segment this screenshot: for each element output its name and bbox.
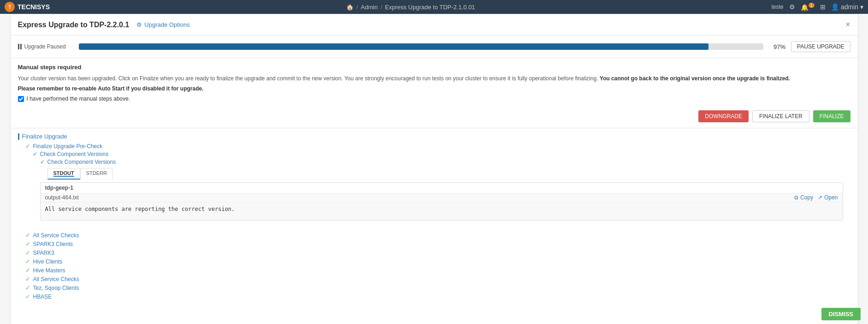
- spark3-clients-icon: ✓: [25, 240, 30, 247]
- all-checks-label-2: All Service Checks: [33, 276, 79, 282]
- all-checks-icon-1: ✓: [25, 232, 30, 239]
- hive-masters-icon: ✓: [25, 267, 30, 274]
- dismiss-button[interactable]: DISMISS: [821, 308, 861, 320]
- copy-icon: ⧉: [794, 194, 798, 201]
- log-actions: ⧉ Copy ↗ Open: [794, 194, 838, 201]
- group-status-bar: [18, 133, 19, 140]
- pause-icon: [18, 44, 22, 49]
- progress-label: Upgrade Paused: [18, 43, 73, 50]
- check-comp-label: Check Component Versions: [40, 151, 109, 157]
- options-gear-icon: ⚙: [136, 21, 142, 28]
- manual-steps-checkbox[interactable]: [18, 96, 24, 102]
- all-checks-icon-2: ✓: [25, 276, 30, 282]
- open-icon: ↗: [818, 194, 822, 201]
- breadcrumb-admin[interactable]: Admin: [361, 4, 378, 11]
- tez-sqoop-label: Tez, Sqoop Clients: [33, 285, 79, 291]
- hbase-icon: ✓: [25, 293, 30, 300]
- pause-upgrade-button[interactable]: PAUSE UPGRADE: [791, 41, 850, 52]
- user-menu[interactable]: 👤 admin ▾: [831, 3, 863, 11]
- navbar-right: teste ⚙ 🔔1 ⊞ 👤 admin ▾: [772, 3, 864, 11]
- log-section: tdp-geep-1 output-464.txt ⧉ Copy ↗ Open: [40, 182, 843, 221]
- spark3-icon: ✓: [25, 249, 30, 256]
- service-checks-list: ✓ All Service Checks ✓ SPARK3 Clients ✓ …: [11, 228, 858, 324]
- upgrade-paused-text: Upgrade Paused: [24, 43, 66, 50]
- breadcrumb-sep1: /: [356, 4, 358, 11]
- tez-sqoop-icon: ✓: [25, 284, 30, 291]
- manual-steps-actions: DOWNGRADE FINALIZE LATER FINALIZE: [18, 107, 850, 122]
- service-check-hbase[interactable]: ✓ HBASE: [25, 293, 850, 300]
- progress-bar-container: [79, 43, 764, 50]
- copy-log-button[interactable]: ⧉ Copy: [794, 194, 813, 201]
- navbar: T TECNISYS 🏠 / Admin / Express Upgrade t…: [0, 0, 868, 14]
- task-list: Finalize Upgrade ✓ Finalize Upgrade Pre-…: [11, 128, 858, 228]
- pre-check-label: Finalize Upgrade Pre-Check: [33, 143, 103, 150]
- manual-steps-section: Manual steps required Your cluster versi…: [11, 58, 858, 128]
- alert-icon[interactable]: 🔔1: [801, 3, 815, 11]
- modal-close-button[interactable]: ×: [845, 20, 850, 30]
- service-check-hive-masters[interactable]: ✓ Hive Masters: [25, 267, 850, 274]
- finalize-button[interactable]: FINALIZE: [813, 110, 850, 122]
- check-component-versions-sub[interactable]: ✓ Check Component Versions: [40, 159, 850, 165]
- open-log-button[interactable]: ↗ Open: [818, 194, 838, 201]
- progress-bar-fill: [79, 43, 709, 50]
- spark3-clients-label: SPARK3 Clients: [33, 241, 73, 247]
- check-component-versions-item[interactable]: ✓ Check Component Versions: [33, 151, 850, 157]
- downgrade-button[interactable]: DOWNGRADE: [698, 110, 749, 122]
- pre-check-item[interactable]: ✓ Finalize Upgrade Pre-Check: [25, 143, 850, 150]
- service-check-hive-clients[interactable]: ✓ Hive Clients: [25, 258, 850, 265]
- brand-logo: T: [5, 2, 15, 12]
- breadcrumb-page: Express Upgrade to TDP-2.1.0.01: [385, 4, 475, 11]
- brand-name: TECNISYS: [18, 3, 50, 11]
- modal-overlay: Express Upgrade to TDP-2.2.0.1 ⚙ Upgrade…: [0, 14, 868, 324]
- hive-clients-label: Hive Clients: [33, 258, 63, 265]
- all-checks-label-1: All Service Checks: [33, 232, 79, 239]
- options-label: Upgrade Options: [144, 21, 189, 28]
- grid-icon[interactable]: ⊞: [820, 3, 826, 11]
- hbase-label: HBASE: [33, 294, 52, 300]
- auto-start-reminder: Please remember to re-enable Auto Start …: [18, 85, 850, 92]
- manual-steps-description: Your cluster version has been upgraded. …: [18, 74, 850, 83]
- gear-icon[interactable]: ⚙: [789, 3, 795, 11]
- check-component-versions-group: ✓ Check Component Versions ✓ Check Compo…: [33, 151, 850, 221]
- check-comp-sub-label: Check Component Versions: [47, 159, 116, 165]
- hive-clients-icon: ✓: [25, 258, 30, 265]
- stdout-tab[interactable]: STDOUT: [47, 168, 80, 180]
- manual-steps-checkbox-row: I have performed the manual steps above.: [18, 96, 850, 102]
- log-file-name: output-464.txt: [45, 194, 79, 201]
- modal-footer: DISMISS: [814, 304, 868, 324]
- service-check-spark3-clients[interactable]: ✓ SPARK3 Clients: [25, 240, 850, 247]
- home-icon[interactable]: 🏠: [346, 4, 354, 11]
- log-file-row: output-464.txt ⧉ Copy ↗ Open: [41, 193, 843, 202]
- log-tabs: STDOUT STDERR: [47, 168, 850, 180]
- modal-header-left: Express Upgrade to TDP-2.2.0.1 ⚙ Upgrade…: [18, 21, 190, 29]
- log-content: All service components are reporting the…: [41, 202, 843, 220]
- service-check-spark3[interactable]: ✓ SPARK3: [25, 249, 850, 256]
- modal-title: Express Upgrade to TDP-2.2.0.1: [18, 21, 130, 29]
- check-comp-check-icon: ✓: [33, 151, 37, 157]
- user-label: teste: [772, 4, 784, 10]
- spark3-label: SPARK3: [33, 250, 54, 256]
- check-comp-sub-icon: ✓: [40, 159, 45, 165]
- progress-percent: 97%: [769, 43, 785, 50]
- hive-masters-label: Hive Masters: [33, 267, 65, 274]
- breadcrumb: 🏠 / Admin / Express Upgrade to TDP-2.1.0…: [346, 4, 475, 11]
- manual-steps-checkbox-label: I have performed the manual steps above.: [27, 96, 130, 102]
- brand: T TECNISYS: [5, 2, 50, 12]
- finalize-later-button[interactable]: FINALIZE LATER: [752, 110, 809, 122]
- upgrade-options-link[interactable]: ⚙ Upgrade Options: [136, 21, 189, 28]
- breadcrumb-sep2: /: [380, 4, 382, 11]
- log-host: tdp-geep-1: [41, 183, 843, 193]
- pre-check-check-icon: ✓: [25, 143, 30, 150]
- service-check-all-1[interactable]: ✓ All Service Checks: [25, 232, 850, 239]
- manual-steps-warning: You cannot go back to the original versi…: [600, 75, 790, 82]
- manual-steps-title: Manual steps required: [18, 64, 850, 71]
- service-check-all-2[interactable]: ✓ All Service Checks: [25, 276, 850, 282]
- modal-container: Express Upgrade to TDP-2.2.0.1 ⚙ Upgrade…: [10, 14, 858, 324]
- finalize-upgrade-group[interactable]: Finalize Upgrade: [18, 133, 850, 140]
- finalize-upgrade-label: Finalize Upgrade: [22, 133, 67, 140]
- stderr-tab[interactable]: STDERR: [80, 168, 113, 180]
- modal-header: Express Upgrade to TDP-2.2.0.1 ⚙ Upgrade…: [11, 14, 858, 36]
- service-check-tez-sqoop[interactable]: ✓ Tez, Sqoop Clients: [25, 284, 850, 291]
- progress-section: Upgrade Paused 97% PAUSE UPGRADE: [11, 36, 858, 58]
